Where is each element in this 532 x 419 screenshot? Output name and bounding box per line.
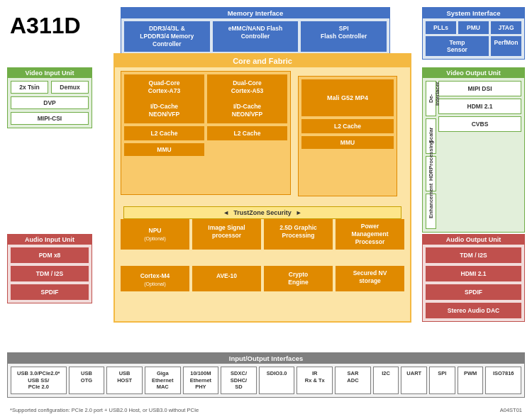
image-signal-proc: Image Signalprocessor [192,219,261,250]
system-interface-inner: PLLs PMU JTAG TempSensor PerfMon [423,18,524,59]
trustzone-label: TrustZone Security [233,209,292,216]
mmu-1: MMU [124,143,204,156]
io-spi: SPI [429,367,455,394]
mem-box-emmc: eMMC/NAND FlashController [213,21,299,52]
l2-cache-1: L2 Cache [124,126,204,140]
vi-demux: Demux [51,81,89,94]
cortex-m4: Cortex-M4(Optional) [121,266,189,291]
ai-spdif: SPDIF [11,284,89,300]
sys-temp: TempSensor [426,36,489,56]
system-interface: System Interface PLLs PMU JTAG TempSenso… [422,7,525,60]
audio-output-title: Audio Output Unit [423,235,524,245]
ave-10: AVE-10 [192,266,261,291]
crypto-engine: CryptoEngine [264,266,333,291]
vo-vertical-labels: De-Interlacer Scalar HDRProcessing Enhan… [426,81,436,229]
mmu-spacer [207,143,287,156]
mali-area: Mali G52 MP4 L2 Cache MMU [298,76,397,196]
io-ir: IRRx & Tx [297,367,333,394]
io-usb-otg: USBOTG [69,367,105,394]
audio-output-unit: Audio Output Unit TDM / I2S HDMI 2.1 SPD… [422,234,525,322]
ao-hdmi: HDMI 2.1 [426,266,521,281]
l2-cache-row: L2 Cache L2 Cache [124,126,287,140]
mali-l2: L2 Cache [301,119,394,133]
io-usb-host: USBHOST [106,367,143,394]
io-interfaces-title: Input/Output Interfaces [8,353,524,364]
io-sdio: SDIO3.0 [259,367,295,394]
chip-title: A311D [10,13,81,39]
sys-perfmon: PerfMon [491,36,521,56]
io-i2c: I2C [373,367,399,394]
ai-tdm: TDM / I2S [11,266,89,281]
mmu-row: MMU [124,143,287,156]
footer-note: *Supported configuration: PCIe 2.0 port … [10,407,199,413]
io-interfaces: Input/Output Interfaces USB 3.0/PCIe2.0*… [7,352,525,398]
cores-row: Quad-CoreCortex-A73I/D-CacheNEON/VFP Dua… [124,74,287,123]
video-output-unit: Video Output Unit De-Interlacer Scalar H… [422,67,525,233]
ao-tdm: TDM / I2S [426,247,521,263]
system-interface-title: System Interface [423,8,524,18]
npu: NPU(Optional) [121,219,189,250]
quad-core-a73: Quad-CoreCortex-A73I/D-CacheNEON/VFP [124,74,204,123]
footer-id: A04ST01 [500,407,522,413]
ai-pdm: PDM x8 [11,247,89,263]
right-arrow: ► [296,209,302,216]
mem-box-ddr: DDR3/4/3L &LPDDR3/4 MemoryController [124,21,210,52]
audio-input-title: Audio Input Unit [8,235,92,245]
video-input-unit: Video Input Unit 2x Tsin Demux DVP MIPI-… [7,67,92,128]
bottom-procs-row1: NPU(Optional) Image Signalprocessor 2.5D… [121,219,404,250]
dual-core-a53: Dual-CoreCortex-A53I/D-CacheNEON/VFP [207,74,287,123]
io-100m-eth: 10/100MEthernetPHY [183,367,219,394]
left-arrow: ◄ [223,209,229,216]
sys-plls: PLLs [426,21,456,34]
sys-jtag: JTAG [491,21,521,34]
audio-input-unit: Audio Input Unit PDM x8 TDM / I2S SPDIF [7,234,92,303]
l2-cache-2: L2 Cache [207,126,287,140]
video-input-title: Video Input Unit [8,68,92,78]
power-mgmt: PowerManagementProcessor [336,219,404,250]
video-output-title: Video Output Unit [423,68,524,78]
vo-mipi-dsi: MIPI DSI [438,81,521,96]
mem-box-spi: SPIFlash Controller [301,21,387,52]
io-uart: UART [401,367,427,394]
mali-mmu: MMU [301,136,394,149]
graphic-processing: 2.5D GraphicProcessing [264,219,333,250]
ao-stereo: Stereo Audio DAC [426,303,521,318]
main-container: A311D Memory Interface DDR3/4/3L &LPDDR3… [0,0,532,419]
io-pwm: PWM [458,367,484,394]
core-fabric-title: Core and Fabric [115,55,410,67]
secured-nv: Secured NVstorage [336,266,404,291]
vo-cvbs: CVBS [438,116,521,132]
io-sar-adc: SARADC [335,367,371,394]
vi-tsin: 2x Tsin [11,81,48,94]
io-giga-eth: GigaEthernetMAC [145,367,181,394]
io-iso7816: ISO7816 [485,367,521,394]
io-interfaces-inner: USB 3.0/PCIe2.0*USB SS/PCIe 2.0 USBOTG U… [8,364,524,397]
io-usb30: USB 3.0/PCIe2.0*USB SS/PCIe 2.0 [11,367,67,394]
sys-pmu: PMU [458,21,489,34]
io-sdxc: SDXC/SDHC/SD [221,367,257,394]
vo-right-outputs: MIPI DSI HDMI 2.1 CVBS [438,81,521,229]
video-output-inner: De-Interlacer Scalar HDRProcessing Enhan… [423,78,524,232]
video-input-row1: 2x Tsin Demux [8,78,92,94]
processor-cores-area: Quad-CoreCortex-A73I/D-CacheNEON/VFP Dua… [121,71,291,195]
vo-enhancement: Enhancement [426,194,436,229]
vi-mipi-csi: MIPI-CSI [11,112,89,125]
vo-deinterlacer: De-Interlacer [426,81,436,116]
memory-interface-inner: DDR3/4/3L &LPDDR3/4 MemoryController eMM… [121,18,389,55]
ao-spdif: SPDIF [426,284,521,300]
bottom-procs-row2: Cortex-M4(Optional) AVE-10 CryptoEngine … [121,266,404,291]
mali-gpu: Mali G52 MP4 [301,79,394,116]
core-fabric: Core and Fabric Quad-CoreCortex-A73I/D-C… [113,53,411,323]
memory-interface-title: Memory Interface [121,8,389,18]
vo-hdmi: HDMI 2.1 [438,99,521,114]
vi-dvp: DVP [11,96,89,109]
memory-interface: Memory Interface DDR3/4/3L &LPDDR3/4 Mem… [121,7,390,55]
